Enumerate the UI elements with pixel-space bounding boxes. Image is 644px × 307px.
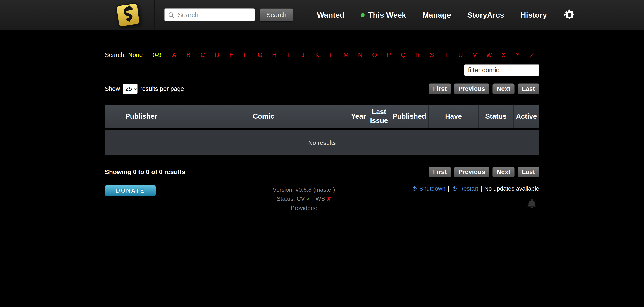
alpha-letter[interactable]: J xyxy=(296,51,310,58)
filter-comic-input[interactable] xyxy=(464,64,539,76)
column-header-publisher[interactable]: Publisher xyxy=(105,105,178,128)
cv-ok-icon: ✔ xyxy=(306,196,310,202)
mylar-logo-icon xyxy=(113,1,143,28)
results-summary-text: Showing 0 to 0 of 0 results xyxy=(105,168,185,176)
alpha-letter[interactable]: I xyxy=(282,51,296,58)
donate-button[interactable]: DONATE xyxy=(105,185,156,196)
results-per-page-label: results per page xyxy=(140,85,184,92)
next-page-button[interactable]: Next xyxy=(492,83,515,94)
alpha-letter[interactable]: X xyxy=(496,51,510,58)
column-header-active[interactable]: Active xyxy=(514,105,539,128)
column-header-published[interactable]: Published xyxy=(390,105,429,128)
alpha-letter[interactable]: Y xyxy=(510,51,525,58)
column-header-comic[interactable]: Comic xyxy=(178,105,349,128)
alpha-letter[interactable]: D xyxy=(210,51,224,58)
alpha-letter[interactable]: U xyxy=(453,51,468,58)
navbar-links: Wanted This Week Manage StoryArcs Histor… xyxy=(317,8,576,21)
column-header-year[interactable]: Year xyxy=(349,105,368,128)
alpha-filter-letters: A B C D E F G H I J K L M N O P Q R S T … xyxy=(167,51,539,58)
alpha-filter-none[interactable]: None xyxy=(128,51,143,58)
alpha-filter-label: Search: xyxy=(105,51,126,58)
table-summary-row: Showing 0 to 0 of 0 results First Previo… xyxy=(105,167,539,177)
table-controls-row: Show 25 results per page First Previous … xyxy=(105,83,539,94)
app-logo[interactable] xyxy=(113,1,143,28)
alpha-letter[interactable]: Z xyxy=(525,51,539,58)
last-page-button[interactable]: Last xyxy=(518,83,539,94)
alpha-letter[interactable]: V xyxy=(468,51,482,58)
first-page-button[interactable]: First xyxy=(429,83,451,94)
results-per-page-select[interactable]: 25 xyxy=(123,84,138,94)
nav-item-wanted[interactable]: Wanted xyxy=(317,11,345,19)
alpha-letter[interactable]: N xyxy=(353,51,367,58)
alpha-letter[interactable]: T xyxy=(439,51,453,58)
pagination-top: First Previous Next Last xyxy=(429,83,539,94)
alpha-letter[interactable]: S xyxy=(425,51,439,58)
nav-item-history[interactable]: History xyxy=(520,11,547,19)
next-page-button[interactable]: Next xyxy=(492,167,515,177)
pagination-bottom: First Previous Next Last xyxy=(429,167,539,177)
nav-item-manage-label: Manage xyxy=(422,11,451,19)
search-input[interactable] xyxy=(164,8,255,21)
shutdown-link[interactable]: Shutdown xyxy=(412,185,446,192)
version-text: Version: v0.6.8 (master) xyxy=(214,185,394,194)
previous-page-button[interactable]: Previous xyxy=(454,83,489,94)
system-controls-area: Shutdown | Restart | No updates availabl… xyxy=(394,185,539,192)
power-icon xyxy=(452,186,458,192)
alpha-filter-row: Search: None 0-9 A B C D E F G H I J K L… xyxy=(105,51,539,58)
results-per-page-group: Show 25 results per page xyxy=(105,84,184,94)
gear-icon xyxy=(563,8,576,21)
alpha-letter[interactable]: G xyxy=(253,51,267,58)
search-button[interactable]: Search xyxy=(260,8,293,21)
alpha-letter[interactable]: R xyxy=(410,51,424,58)
version-status-block: Version: v0.6.8 (master) Status: CV ✔ , … xyxy=(214,185,394,213)
divider: | xyxy=(448,185,450,192)
status-text: Status: CV ✔ , WS ✘ xyxy=(214,194,394,203)
alpha-letter[interactable]: E xyxy=(224,51,238,58)
alpha-letter[interactable]: H xyxy=(267,51,282,58)
first-page-button[interactable]: First xyxy=(429,167,451,177)
nav-item-manage[interactable]: Manage xyxy=(422,11,451,19)
settings-button[interactable] xyxy=(563,8,576,21)
nav-item-this-week[interactable]: This Week xyxy=(361,11,406,19)
restart-link[interactable]: Restart xyxy=(452,185,478,192)
navbar-search-area: Search xyxy=(154,0,303,30)
column-header-status[interactable]: Status xyxy=(478,105,514,128)
previous-page-button[interactable]: Previous xyxy=(454,167,489,177)
search-icon xyxy=(168,12,175,18)
alpha-letter[interactable]: A xyxy=(167,51,181,58)
alpha-letter[interactable]: L xyxy=(324,51,339,58)
top-navbar: Search Wanted This Week Manage StoryArcs… xyxy=(0,0,644,30)
alpha-letter[interactable]: W xyxy=(482,51,496,58)
nav-item-wanted-label: Wanted xyxy=(317,11,345,19)
column-header-last-issue[interactable]: Last Issue xyxy=(368,105,390,128)
nav-item-storyarcs-label: StoryArcs xyxy=(467,11,504,19)
column-header-have[interactable]: Have xyxy=(429,105,478,128)
bell-icon xyxy=(526,198,538,209)
power-icon xyxy=(412,186,418,192)
empty-results-row: No results xyxy=(105,130,539,155)
alpha-letter[interactable]: O xyxy=(368,51,382,58)
comics-table-header: Publisher Comic Year Last Issue Publishe… xyxy=(105,105,539,128)
restart-label: Restart xyxy=(459,185,478,192)
last-page-button[interactable]: Last xyxy=(518,167,539,177)
nav-item-storyarcs[interactable]: StoryArcs xyxy=(467,11,504,19)
nav-item-this-week-label: This Week xyxy=(368,11,406,19)
shutdown-label: Shutdown xyxy=(419,185,446,192)
ws-fail-icon: ✘ xyxy=(326,196,331,202)
alpha-letter[interactable]: P xyxy=(382,51,396,58)
system-controls: Shutdown | Restart | No updates availabl… xyxy=(394,185,539,192)
alpha-letter[interactable]: F xyxy=(238,51,253,58)
alpha-letter[interactable]: Q xyxy=(396,51,410,58)
donate-area: DONATE xyxy=(105,185,214,196)
filter-row xyxy=(105,64,539,76)
alpha-letter[interactable]: C xyxy=(196,51,210,58)
show-label: Show xyxy=(105,85,120,92)
alpha-letter[interactable]: K xyxy=(310,51,324,58)
alpha-filter-digits[interactable]: 0-9 xyxy=(153,51,162,58)
alpha-letter[interactable]: M xyxy=(339,51,353,58)
comics-table: Publisher Comic Year Last Issue Publishe… xyxy=(105,105,539,155)
page-footer: DONATE Version: v0.6.8 (master) Status: … xyxy=(105,185,539,213)
status-ws-label: , WS xyxy=(312,195,325,202)
notifications-button[interactable] xyxy=(526,198,538,210)
alpha-letter[interactable]: B xyxy=(181,51,196,58)
